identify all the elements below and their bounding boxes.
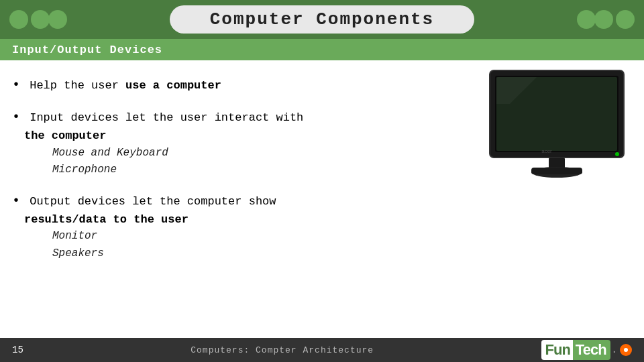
bullet2-normal: let the user interact with [119,111,303,124]
funtech-tech-text: Tech [573,340,610,360]
funtech-fun-text: Fun [541,340,573,360]
header-circle-4 [616,10,635,29]
sub-item-monitor: Monitor [52,228,632,245]
header-circle-6 [577,10,596,29]
sub-item-speakers: Speakers [52,245,632,263]
page-title: Computer Components [210,9,434,29]
bullet1-help: Help [30,79,64,92]
bullet-symbol-3: • [12,193,20,208]
bullet-symbol-1: • [12,77,20,93]
subheader-text: Input/Output Devices [12,44,162,56]
svg-text:acer: acer [541,148,552,154]
subheader: Input/Output Devices [0,39,644,60]
bullet1-bold: use a computer [119,79,221,92]
bullet-item-3: • Output devices let the computer show r… [12,191,632,263]
footer-page-number: 15 [12,345,23,355]
funtech-power-dot [620,344,632,356]
footer-center-text: Computers: Compter Architecture [191,345,374,355]
bullet3-subitems: Monitor Speakers [52,228,632,262]
bullet2-bold: the computer [24,129,106,142]
main-content: acer • Help the user use a computer • In… [0,60,644,338]
header-circle-5 [594,10,613,29]
header-title-box: Computer Components [170,5,474,34]
header-circle-1 [9,10,28,29]
header: Computer Components [0,0,644,39]
monitor-image: acer [483,67,631,181]
funtech-logo: FunTech. [541,340,632,360]
funtech-dot-text: . [612,345,617,355]
bullet-symbol-2: • [12,109,20,125]
funtech-power-dot-inner [624,348,628,352]
svg-point-8 [615,152,619,156]
bullet2-input: Input devices [30,111,119,124]
bullet3-normal: let the computer show [125,195,276,208]
header-circle-2 [31,10,50,29]
bullet3-output: Output devices [30,195,125,208]
footer: 15 Computers: Compter Architecture FunTe… [0,338,644,362]
svg-rect-7 [531,168,582,174]
header-circle-3 [48,10,67,29]
bullet1-theuser: the user [64,79,119,92]
bullet3-bold: results/data to the user [24,213,189,226]
